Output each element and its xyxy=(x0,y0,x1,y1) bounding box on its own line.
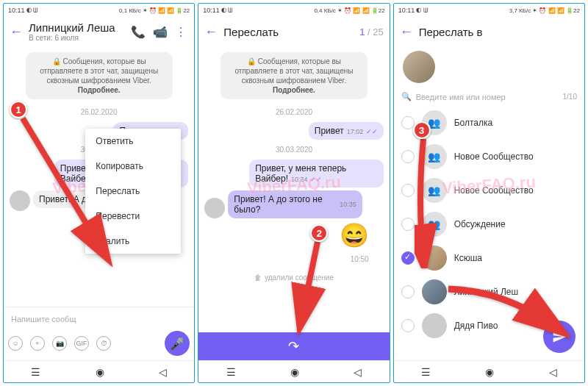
input-bar: Напишите сообщ xyxy=(4,307,194,331)
nav-home[interactable]: ◉ xyxy=(96,366,104,378)
more-icon[interactable]: ⋮ xyxy=(175,25,188,38)
search-input[interactable]: Введите имя или номер xyxy=(416,93,506,101)
nav-recent[interactable]: ☰ xyxy=(226,366,236,378)
back-button[interactable]: ← xyxy=(204,24,218,40)
nav-recent[interactable]: ☰ xyxy=(421,366,431,378)
nav-home[interactable]: ◉ xyxy=(290,366,299,378)
chat-header: ← Липницкий Леша В сети: 6 июля 📞 📹 ⋮ xyxy=(4,17,194,46)
status-bar: 10:11 ◐ ᗯ 0,4 КБ/с✶ ⏰ 📶 📶 🔋22 xyxy=(198,4,389,17)
nav-recent[interactable]: ☰ xyxy=(31,366,40,378)
avatar[interactable] xyxy=(204,198,225,218)
annotation-badge-3: 3 xyxy=(413,121,431,139)
annotation-badge-1: 1 xyxy=(10,101,27,118)
group-icon: 👥 xyxy=(422,212,447,237)
date-separator: 26.02.2020 xyxy=(10,108,188,116)
nav-bar: ☰ ◉ ◁ xyxy=(4,360,194,382)
group-icon: 👥 xyxy=(422,178,447,203)
gif-icon[interactable]: GIF xyxy=(74,336,89,351)
avatar xyxy=(422,313,447,338)
last-seen: В сети: 6 июля xyxy=(29,34,125,42)
date-separator: 30.03.2020 xyxy=(204,146,383,154)
status-bar: 10:11 ◐ ᗯ 0,1 КБ/с✶ ⏰ 📶 📶 🔋22 xyxy=(4,4,194,17)
mic-button[interactable]: 🎤 xyxy=(165,331,190,356)
forward-to-header: ← Переслать в xyxy=(394,17,584,46)
forward-header: ← Переслать 1 / 25 xyxy=(198,17,389,46)
group-icon: 👥 xyxy=(422,144,447,169)
message-out[interactable]: Привет17:02 ✓✓ xyxy=(309,122,384,140)
menu-translate[interactable]: Перевести xyxy=(85,204,181,229)
menu-copy[interactable]: Копировать xyxy=(85,154,181,179)
encryption-notice[interactable]: 🔒 Сообщения, которые вы отправляете в эт… xyxy=(26,52,173,99)
deleted-message: 🗑 удалили сообщение xyxy=(204,269,383,286)
screen-forward-select: 10:11 ◐ ᗯ 0,4 КБ/с✶ ⏰ 📶 📶 🔋22 ← Переслат… xyxy=(198,3,390,383)
send-button[interactable] xyxy=(543,321,576,353)
plus-icon[interactable]: + xyxy=(30,336,45,351)
nav-back[interactable]: ◁ xyxy=(354,366,362,378)
encryption-notice[interactable]: 🔒 Сообщения, которые вы отправляете в эт… xyxy=(220,52,368,99)
search-icon: 🔍 xyxy=(401,92,412,101)
menu-forward[interactable]: Переслать xyxy=(85,179,181,204)
contact-row[interactable]: Ксюша xyxy=(394,241,584,275)
avatar[interactable] xyxy=(10,190,30,211)
contact-row[interactable]: 👥Новое Сообщество xyxy=(394,140,584,174)
clock-icon[interactable]: ⏱ xyxy=(96,336,111,351)
avatar xyxy=(422,279,447,304)
nav-back[interactable]: ◁ xyxy=(549,366,557,378)
message-selected[interactable]: Привет! А до этого не было?10:35 xyxy=(228,190,362,218)
menu-reply[interactable]: Ответить xyxy=(85,129,181,154)
radio-checked xyxy=(401,251,415,265)
camera-icon[interactable]: 📷 xyxy=(52,336,67,351)
nav-back[interactable]: ◁ xyxy=(159,366,167,378)
context-menu: Ответить Копировать Переслать Перевести … xyxy=(85,129,181,254)
forward-button[interactable]: ↷ xyxy=(198,332,389,360)
contact-row[interactable]: 👥Новое Сообщество xyxy=(394,174,584,207)
emoji-icon[interactable]: ☺ xyxy=(8,336,23,351)
screen-title: Переслать в xyxy=(419,26,578,38)
back-button[interactable]: ← xyxy=(400,24,413,40)
message-out[interactable]: Привет, у меня теперь Вайбер!10:34 ✓✓ xyxy=(249,160,383,187)
avatar xyxy=(422,246,447,271)
chat-body[interactable]: 🔒 Сообщения, которые вы отправляете в эт… xyxy=(198,46,389,332)
search-bar: 🔍 Введите имя или номер 1/10 xyxy=(394,87,584,106)
contact-row[interactable]: 👥Обсуждение xyxy=(394,207,584,241)
menu-delete[interactable]: Удалить xyxy=(85,229,181,254)
sticker[interactable]: 😄 xyxy=(340,221,369,249)
selection-count: 1/10 xyxy=(563,93,577,101)
nav-home[interactable]: ◉ xyxy=(485,366,494,378)
contact-name[interactable]: Липницкий Леша xyxy=(29,21,125,34)
date-separator: 26.02.2020 xyxy=(204,108,383,116)
screen-title: Переслать xyxy=(223,26,354,38)
screen-forward-to: 10:11 ◐ ᗯ 3,7 КБ/с✶ ⏰ 📶 📶 🔋22 ← Переслат… xyxy=(393,3,585,383)
screen-chat: 10:11 ◐ ᗯ 0,1 КБ/с✶ ⏰ 📶 📶 🔋22 ← Липницки… xyxy=(3,3,195,383)
video-icon[interactable]: 📹 xyxy=(153,25,166,38)
contact-row[interactable]: Липницкий Леш xyxy=(394,275,584,309)
message-input[interactable]: Напишите сообщ xyxy=(8,312,190,326)
chat-body[interactable]: 🔒 Сообщения, которые вы отправляете в эт… xyxy=(4,46,194,307)
selected-avatar[interactable] xyxy=(403,51,435,83)
back-button[interactable]: ← xyxy=(10,24,23,40)
nav-bar: ☰ ◉ ◁ xyxy=(198,360,389,382)
nav-bar: ☰ ◉ ◁ xyxy=(394,360,584,382)
call-icon[interactable]: 📞 xyxy=(131,25,144,38)
status-bar: 10:11 ◐ ᗯ 3,7 КБ/с✶ ⏰ 📶 📶 🔋22 xyxy=(394,4,584,17)
